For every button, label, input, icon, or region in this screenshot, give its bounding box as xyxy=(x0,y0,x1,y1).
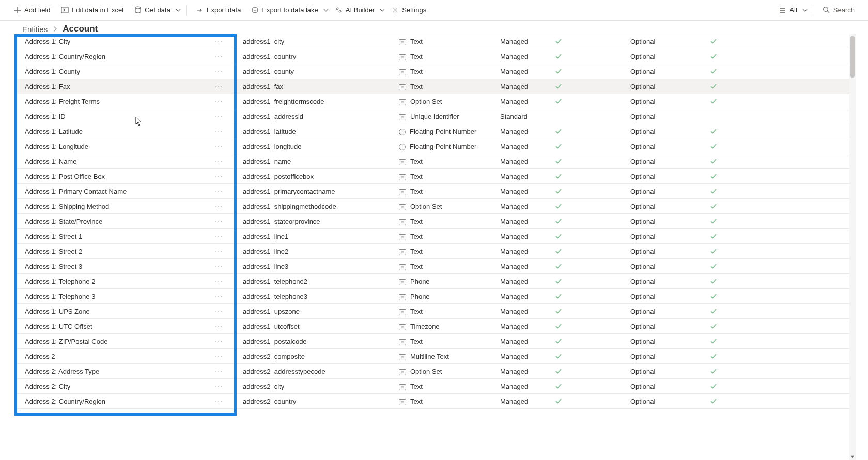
field-schema-name: address1_addressid xyxy=(231,113,399,120)
field-type-icon: ≡ xyxy=(399,382,406,390)
row-more-button[interactable]: ··· xyxy=(213,308,224,315)
svg-rect-0 xyxy=(61,7,68,13)
field-searchable-check xyxy=(710,382,741,390)
table-row[interactable]: Address 1: UTC Offset ··· address1_utcof… xyxy=(14,319,849,334)
table-row[interactable]: Address 1: ZIP/Postal Code ··· address1_… xyxy=(14,334,849,349)
field-schema-name: address1_city xyxy=(231,38,399,45)
field-searchable-check xyxy=(710,323,741,330)
field-data-type: Text xyxy=(410,397,423,405)
scrollbar-thumb[interactable] xyxy=(850,36,855,78)
edit-excel-button[interactable]: Edit data in Excel xyxy=(57,4,128,16)
table-row[interactable]: Address 1: Shipping Method ··· address1_… xyxy=(14,199,849,214)
field-required: Optional xyxy=(630,53,710,60)
search-button[interactable]: Search xyxy=(818,4,859,16)
table-row[interactable]: Address 1: ID ··· address1_addressid ≡ U… xyxy=(14,109,849,124)
ai-builder-label: AI Builder xyxy=(346,6,375,14)
row-more-button[interactable]: ··· xyxy=(213,158,224,165)
row-more-button[interactable]: ··· xyxy=(213,278,224,285)
row-more-button[interactable]: ··· xyxy=(213,128,224,135)
field-display-name: Address 1: Primary Contact Name xyxy=(25,188,127,195)
table-row[interactable]: Address 2: Address Type ··· address2_add… xyxy=(14,364,849,379)
table-row[interactable]: Address 2 ··· address2_composite ≡ Multi… xyxy=(14,349,849,364)
settings-label: Settings xyxy=(402,6,426,14)
row-more-button[interactable]: ··· xyxy=(213,203,224,210)
table-row[interactable]: Address 1: Latitude ··· address1_latitud… xyxy=(14,124,849,139)
row-more-button[interactable]: ··· xyxy=(213,83,224,90)
export-icon xyxy=(196,6,204,14)
table-row[interactable]: Address 1: Post Office Box ··· address1_… xyxy=(14,169,849,184)
ai-builder-button[interactable]: AI Builder xyxy=(331,4,379,16)
table-row[interactable]: Address 1: Street 3 ··· address1_line3 ≡… xyxy=(14,259,849,274)
table-row[interactable]: Address 1: Longitude ··· address1_longit… xyxy=(14,139,849,154)
field-data-type: Text xyxy=(410,382,423,390)
table-row[interactable]: Address 2: Country/Region ··· address2_c… xyxy=(14,394,849,409)
export-lake-chevron[interactable] xyxy=(323,8,329,13)
table-row[interactable]: Address 1: UPS Zone ··· address1_upszone… xyxy=(14,304,849,319)
row-more-button[interactable]: ··· xyxy=(213,263,224,270)
vertical-scrollbar[interactable]: ▲ ▼ xyxy=(849,34,856,460)
row-more-button[interactable]: ··· xyxy=(213,98,224,105)
row-more-button[interactable]: ··· xyxy=(213,397,224,405)
row-more-button[interactable]: ··· xyxy=(213,233,224,240)
row-more-button[interactable]: ··· xyxy=(213,113,224,120)
table-row[interactable]: Address 1: Country/Region ··· address1_c… xyxy=(14,49,849,64)
row-more-button[interactable]: ··· xyxy=(213,382,224,390)
table-row[interactable]: Address 1: Primary Contact Name ··· addr… xyxy=(14,184,849,199)
row-more-button[interactable]: ··· xyxy=(213,173,224,180)
field-type-icon: ≡ xyxy=(399,218,406,225)
field-customizable-check xyxy=(555,367,630,375)
row-more-button[interactable]: ··· xyxy=(213,53,224,60)
table-row[interactable]: Address 1: Name ··· address1_name ≡ Text… xyxy=(14,154,849,169)
field-searchable-check xyxy=(710,233,741,240)
row-more-button[interactable]: ··· xyxy=(213,323,224,330)
svg-point-6 xyxy=(823,7,828,12)
field-customizable-check xyxy=(555,203,630,210)
row-more-button[interactable]: ··· xyxy=(213,68,224,75)
settings-button[interactable]: Settings xyxy=(387,4,430,16)
table-row[interactable]: Address 1: City ··· address1_city ≡ Text… xyxy=(14,34,849,49)
view-all-chevron[interactable] xyxy=(802,8,808,13)
row-more-button[interactable]: ··· xyxy=(213,293,224,300)
field-searchable-check xyxy=(710,128,741,135)
table-row[interactable]: Address 2: City ··· address2_city ≡ Text… xyxy=(14,379,849,394)
add-field-button[interactable]: Add field xyxy=(9,4,55,16)
table-row[interactable]: Address 1: State/Province ··· address1_s… xyxy=(14,214,849,229)
scroll-down-arrow[interactable]: ▼ xyxy=(849,454,856,460)
separator xyxy=(186,5,187,16)
row-more-button[interactable]: ··· xyxy=(213,218,224,225)
row-more-button[interactable]: ··· xyxy=(213,352,224,360)
breadcrumb-root[interactable]: Entities xyxy=(22,25,48,34)
field-data-type: Timezone xyxy=(410,323,440,330)
table-row[interactable]: Address 1: Street 1 ··· address1_line1 ≡… xyxy=(14,229,849,244)
export-data-button[interactable]: Export data xyxy=(192,4,245,16)
table-row[interactable]: Address 1: County ··· address1_county ≡ … xyxy=(14,64,849,79)
row-more-button[interactable]: ··· xyxy=(213,248,224,255)
field-required: Optional xyxy=(630,323,710,330)
field-required: Optional xyxy=(630,218,710,225)
table-row[interactable]: Address 1: Freight Terms ··· address1_fr… xyxy=(14,94,849,109)
row-more-button[interactable]: ··· xyxy=(213,38,224,45)
field-data-type: Text xyxy=(410,248,423,255)
ai-builder-chevron[interactable] xyxy=(380,8,385,13)
get-data-chevron[interactable] xyxy=(176,8,181,13)
row-more-button[interactable]: ··· xyxy=(213,143,224,150)
field-searchable-check xyxy=(710,338,741,345)
field-data-type: Text xyxy=(410,173,423,180)
field-data-type: Phone xyxy=(410,293,430,300)
ai-builder-icon xyxy=(335,6,343,14)
field-searchable-check xyxy=(710,68,741,75)
table-row[interactable]: Address 1: Telephone 3 ··· address1_tele… xyxy=(14,289,849,304)
row-more-button[interactable]: ··· xyxy=(213,367,224,375)
row-more-button[interactable]: ··· xyxy=(213,338,224,345)
table-row[interactable]: Address 1: Telephone 2 ··· address1_tele… xyxy=(14,274,849,289)
field-kind: Managed xyxy=(500,248,555,255)
field-display-name: Address 1: Street 2 xyxy=(25,248,82,255)
export-lake-button[interactable]: Export to data lake xyxy=(247,4,322,16)
get-data-button[interactable]: Get data xyxy=(130,4,175,16)
table-row[interactable]: Address 1: Fax ··· address1_fax ≡ Text M… xyxy=(14,79,849,94)
field-customizable-check xyxy=(555,188,630,195)
table-row[interactable]: Address 1: Street 2 ··· address1_line2 ≡… xyxy=(14,244,849,259)
view-all-button[interactable]: All xyxy=(774,4,801,16)
search-icon xyxy=(823,6,830,14)
row-more-button[interactable]: ··· xyxy=(213,188,224,195)
